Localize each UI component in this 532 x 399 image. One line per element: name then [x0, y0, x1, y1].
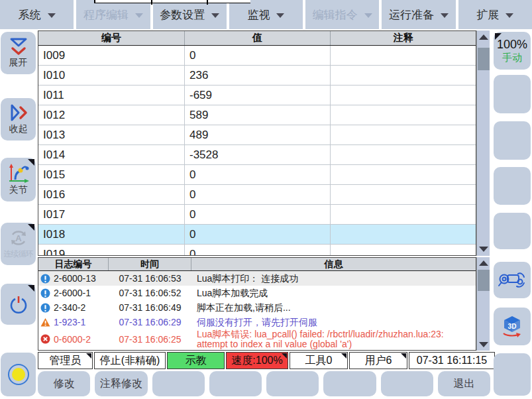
menu-item-parameter-settings[interactable]: 参数设置	[153, 0, 227, 29]
table-row[interactable]: I018 0	[38, 225, 476, 245]
status-user-frame[interactable]: 用户6	[349, 352, 407, 369]
menu-item-label: 监视	[247, 7, 270, 23]
log-row[interactable]: 2-340-2 07-31 16:06:49 脚本正在加载,请稍后...	[38, 300, 476, 315]
bottom-right-button[interactable]	[494, 353, 531, 396]
log-scrollbar[interactable]	[476, 257, 490, 351]
table-row[interactable]: I012 589	[38, 105, 476, 125]
chevron-down-icon	[135, 13, 143, 18]
right-panel-button-5[interactable]	[494, 213, 531, 249]
table-row[interactable]: I013 489	[38, 125, 476, 145]
table-row[interactable]: I016 0	[38, 185, 476, 205]
io-id: I017	[38, 205, 185, 224]
scrollbar-thumb[interactable]	[478, 270, 490, 291]
status-run-state: 停止(非精确)	[94, 352, 166, 369]
scroll-up-icon[interactable]	[477, 32, 490, 42]
menu-item-label: 程序编辑	[83, 7, 129, 23]
log-time: 07-31 16:06:52	[109, 286, 191, 300]
io-value: 0	[185, 245, 331, 256]
collapse-button-label: 收起	[9, 123, 28, 135]
log-row[interactable]: 2-6000-1 07-31 16:06:52 Lua脚本加载完成	[38, 286, 476, 300]
scroll-up-icon[interactable]	[477, 258, 490, 268]
info-icon	[40, 303, 50, 313]
chevron-down-icon	[48, 13, 56, 18]
io-value-table: 编号 值 注释 I009 0 I010 236 I011 -659 I012 5…	[38, 30, 476, 256]
right-panel-button-2[interactable]	[494, 75, 531, 113]
info-icon	[40, 288, 50, 298]
table-row[interactable]: I017 0	[38, 205, 476, 225]
menu-item-system[interactable]: 系统	[0, 0, 74, 29]
auto-loop-icon: A	[8, 229, 29, 247]
io-id: I014	[38, 145, 185, 164]
table-row[interactable]: I009 0	[38, 46, 476, 66]
io-comment	[331, 245, 476, 256]
status-tool-frame[interactable]: 工具0	[290, 352, 348, 369]
io-id: I010	[38, 66, 185, 85]
io-id: I013	[38, 125, 185, 144]
menu-item-monitor[interactable]: 监视	[229, 0, 303, 29]
right-panel-button-4[interactable]	[494, 167, 531, 205]
log-table-body: 2-6000-13 07-31 16:06:53 Lua脚本打印： 连接成功 2…	[38, 271, 476, 351]
table-row[interactable]: I010 236	[38, 66, 476, 86]
log-message: Lua脚本错误: lua_pcall() failed: /rbctrl/lua…	[191, 329, 476, 349]
status-user-level[interactable]: 管理员	[38, 352, 93, 369]
io-table-scrollbar[interactable]	[476, 30, 490, 256]
scroll-down-icon[interactable]	[477, 244, 490, 255]
joint-button-label: 关节	[9, 184, 28, 196]
error-icon	[40, 334, 50, 344]
log-message: 脚本正在加载,请稍后...	[191, 300, 476, 315]
manual-mode-label: 手动	[502, 52, 522, 64]
expand-button-label: 展开	[9, 57, 28, 69]
io-value: -3528	[185, 145, 331, 164]
io-value: 0	[185, 225, 331, 244]
right-panel-button-3[interactable]	[494, 121, 531, 160]
table-row[interactable]: I015 0	[38, 165, 476, 185]
comment-modify-button[interactable]: 注释修改	[95, 371, 147, 396]
log-time: 07-31 16:06:53	[109, 271, 191, 286]
collapse-button[interactable]: 收起	[1, 98, 36, 141]
expand-button[interactable]: 展开	[1, 32, 36, 74]
modify-button[interactable]: 修改	[38, 371, 90, 396]
footer-button-empty-5[interactable]	[381, 371, 433, 396]
log-row[interactable]: 2-6000-13 07-31 16:06:53 Lua脚本打印： 连接成功	[38, 271, 476, 286]
continuous-loop-button: A 连续循环	[1, 223, 36, 265]
io-value: 0	[185, 185, 331, 204]
log-row[interactable]: 1-923-1 07-31 16:06:29 伺服没有打开，请先打开伺服	[38, 315, 476, 329]
menu-item-program-edit: 程序编辑	[76, 0, 150, 29]
menu-item-extend[interactable]: 扩展	[458, 0, 532, 29]
svg-text:A: A	[15, 233, 22, 243]
menu-item-run-prepare[interactable]: 运行准备	[382, 0, 455, 29]
speed-mode-button[interactable]: 100% 手动	[494, 32, 531, 70]
joint-coordinate-button[interactable]: 关节	[1, 158, 36, 201]
table-row[interactable]: I011 -659	[38, 86, 476, 105]
footer-button-empty-3[interactable]	[266, 371, 319, 396]
servo-power-button[interactable]	[1, 284, 36, 325]
table-row[interactable]: I014 -3528	[38, 145, 476, 165]
teach-pendant-button[interactable]	[494, 262, 531, 298]
io-comment	[331, 46, 476, 65]
io-id: I009	[38, 46, 185, 65]
log-row[interactable]: 0-6000-2 07-31 16:06:25 Lua脚本错误: lua_pca…	[38, 329, 476, 349]
log-id: 0-6000-2	[54, 334, 91, 345]
status-speed-badge[interactable]: 速度:100%	[226, 352, 288, 369]
servo-status-button[interactable]	[1, 353, 36, 396]
exit-button[interactable]: 退出	[438, 371, 490, 396]
scrollbar-thumb[interactable]	[478, 48, 490, 70]
scroll-down-icon[interactable]	[477, 339, 490, 350]
footer-button-empty-4[interactable]	[323, 371, 376, 396]
io-id: I016	[38, 185, 185, 204]
footer-button-empty-1[interactable]	[152, 371, 205, 396]
chevron-down-icon	[211, 13, 219, 18]
menu-item-edit-command: 编辑指令	[305, 0, 379, 29]
menu-item-label: 编辑指令	[313, 7, 358, 23]
loop-button-label: 连续循环	[4, 249, 33, 260]
io-comment	[331, 86, 476, 105]
log-message: Lua脚本打印： 连接成功	[191, 349, 476, 351]
robot-controller-screen: 系统 程序编辑 参数设置 监视 编辑指令 运行准备 扩展	[0, 0, 532, 399]
table-row[interactable]: I019 0	[38, 245, 476, 256]
log-time: 07-31 16:06:49	[109, 300, 191, 315]
footer-button-empty-2[interactable]	[209, 371, 262, 396]
3d-view-button[interactable]: 3D	[494, 308, 531, 345]
collapse-right-icon	[9, 103, 28, 122]
log-row[interactable]: 2-6000-13 07-31 16:06:11 Lua脚本打印： 连接成功	[38, 349, 476, 351]
log-id: 2-6000-1	[54, 288, 91, 298]
